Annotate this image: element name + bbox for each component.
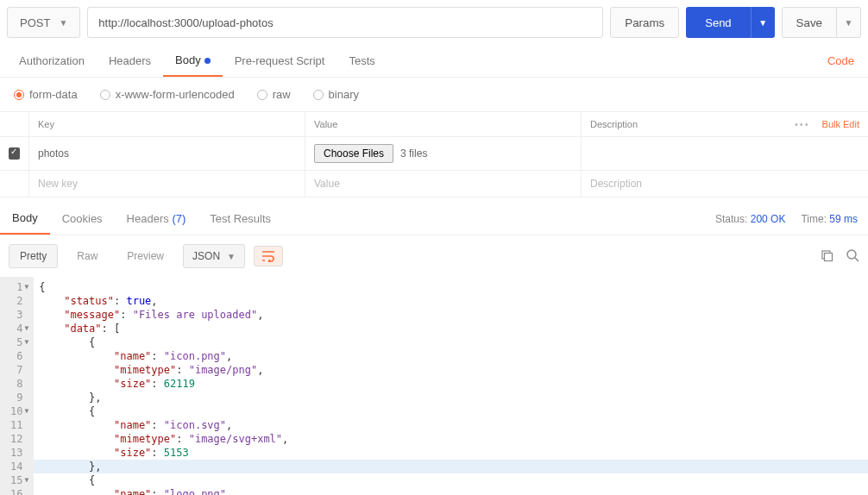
status-value: 200 OK [751,213,786,225]
method-select[interactable]: POST ▼ [7,7,80,38]
search-icon[interactable] [846,248,859,265]
tab-authorization[interactable]: Authorization [7,46,97,76]
header-value: Value [305,112,582,137]
tab-body[interactable]: Body [163,45,223,77]
svg-point-2 [847,250,856,259]
radio-formdata[interactable]: form-data [14,88,78,101]
view-preview[interactable]: Preview [116,245,174,267]
header-description: Description ••• Bulk Edit [582,112,868,137]
radio-icon [14,90,24,100]
row-checkbox[interactable] [0,137,29,171]
time-value: 59 ms [829,213,858,225]
method-label: POST [20,16,50,29]
view-raw[interactable]: Raw [66,245,108,267]
svg-line-3 [855,258,859,261]
radio-icon [100,90,110,100]
save-dropdown[interactable]: ▼ [837,7,861,38]
new-row-value[interactable]: Value [305,171,582,197]
header-key: Key [29,112,305,137]
resp-tab-body[interactable]: Body [0,203,50,235]
chevron-down-icon: ▼ [845,18,853,28]
row-value[interactable]: Choose Files 3 files [305,137,582,171]
header-check [0,112,29,137]
radio-urlencoded[interactable]: x-www-form-urlencoded [100,88,235,101]
svg-rect-1 [825,253,833,260]
new-row-checkbox [0,171,29,197]
radio-icon [313,90,324,100]
chevron-down-icon: ▼ [59,18,67,28]
modified-dot-icon [204,58,211,64]
save-button[interactable]: Save [782,7,837,38]
bulk-edit-link[interactable]: Bulk Edit [822,119,859,129]
wrap-icon [261,250,275,262]
format-select[interactable]: JSON ▼ [183,244,245,268]
tab-tests[interactable]: Tests [337,46,387,76]
code-body[interactable]: { "status": true, "message": "Files are … [34,277,868,495]
view-pretty[interactable]: Pretty [9,244,58,268]
chevron-down-icon: ▼ [758,18,767,28]
params-button[interactable]: Params [610,7,679,38]
send-dropdown[interactable]: ▼ [751,7,775,38]
resp-tab-tests[interactable]: Test Results [198,204,283,234]
chevron-down-icon: ▼ [227,252,236,261]
radio-icon [257,90,267,100]
status-label: Status: 200 OK [715,213,785,225]
url-input[interactable] [87,7,603,38]
new-row-key[interactable]: New key [29,171,305,197]
row-key[interactable]: photos [29,137,305,171]
code-gutter: 1▼2 3 4▼5▼6 7 8 9 10▼11 12 13 14 15▼16 1… [0,277,34,495]
time-label: Time: 59 ms [801,213,858,225]
code-link[interactable]: Code [821,46,861,76]
choose-files-button[interactable]: Choose Files [314,144,393,163]
tab-prerequest[interactable]: Pre-request Script [223,46,337,76]
copy-icon[interactable] [820,248,833,265]
row-description[interactable] [582,137,868,171]
wrap-button[interactable] [254,246,283,266]
resp-tab-headers[interactable]: Headers (7) [115,204,198,234]
tab-headers[interactable]: Headers [97,46,163,76]
files-count: 3 files [400,147,427,160]
checkbox-checked-icon [9,147,20,160]
more-icon[interactable]: ••• [795,119,810,129]
radio-raw[interactable]: raw [257,88,291,101]
send-button[interactable]: Send [686,7,750,38]
radio-binary[interactable]: binary [313,88,359,101]
new-row-description[interactable]: Description [582,171,868,197]
resp-tab-cookies[interactable]: Cookies [50,204,115,234]
